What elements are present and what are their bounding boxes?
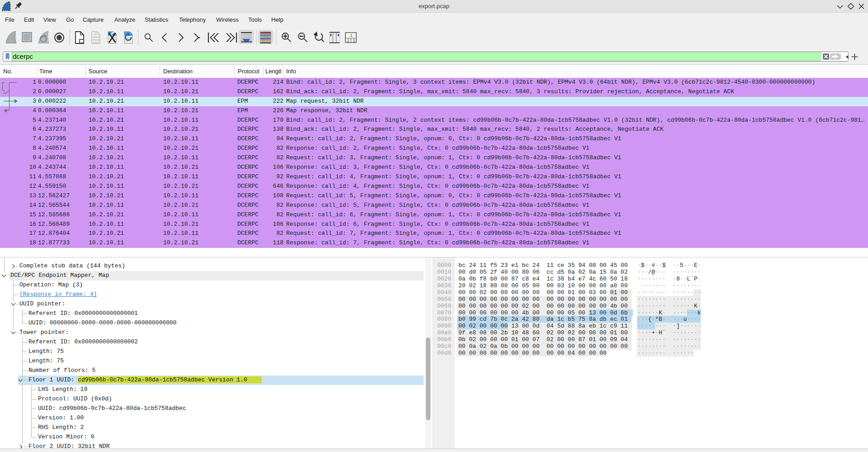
svg-text:0111: 0111 bbox=[93, 41, 99, 44]
svg-text:3: 3 bbox=[353, 38, 355, 43]
svg-text:2: 2 bbox=[347, 38, 349, 43]
svg-text:1: 1 bbox=[350, 33, 353, 38]
